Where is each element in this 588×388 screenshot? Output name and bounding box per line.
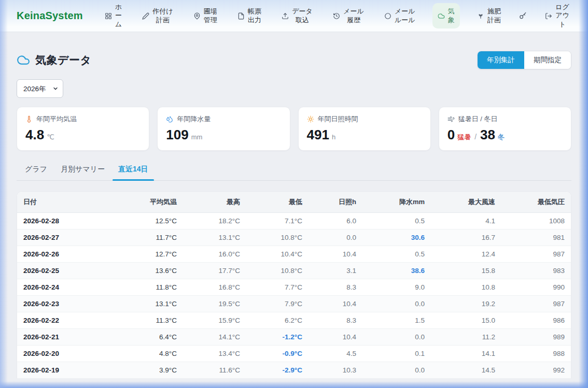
cell-value: 7.9°C: [247, 296, 310, 312]
cell-value: 17.7°C: [184, 263, 247, 279]
history-icon: [333, 12, 340, 20]
cell-value: 10.8°C: [247, 263, 310, 279]
cell-value: 11.7°C: [136, 229, 184, 246]
page-title: 気象データ: [35, 53, 91, 67]
nav-item-logout[interactable]: ログ アウ ト: [542, 1, 572, 31]
cell-value: 6.0: [310, 213, 363, 229]
card-extreme-days: 猛暑日 / 冬日 0猛暑/38冬: [439, 107, 571, 151]
yearly-summary-button[interactable]: 年別集計: [478, 51, 524, 69]
nav-label-mail-history: メール 履歴: [343, 7, 364, 24]
key-icon: [519, 12, 527, 20]
nav-item-key[interactable]: [518, 10, 528, 22]
header-date: 日付: [17, 192, 136, 213]
nav-label-home: ホ ー ム: [115, 3, 122, 29]
table-row: 2026-02-204.8°C13.4°C-0.9°C4.50.114.1988: [17, 346, 571, 362]
cell-value: 19.5°C: [184, 296, 247, 312]
cell-value: 11.6°C: [184, 362, 247, 379]
cell-value: 12.7°C: [136, 246, 184, 263]
nav-item-report-output[interactable]: 帳票 出力: [234, 5, 264, 26]
table-row: 2026-02-2313.1°C19.5°C7.9°C10.40.019.298…: [17, 296, 571, 312]
cell-value: 13.4°C: [184, 346, 247, 362]
home-grid-icon: [105, 12, 112, 20]
cold-days-value: 38: [480, 127, 495, 143]
header-avg-temp: 平均気温: [136, 192, 184, 213]
nav-item-fertilizer-plan[interactable]: 施肥 計画: [474, 5, 504, 26]
cell-value: 4.1: [432, 213, 502, 229]
cell-value: 988: [502, 346, 571, 362]
cell-value: 0.0: [363, 362, 432, 379]
nav-item-field-management[interactable]: 圃場 管理: [190, 5, 220, 26]
year-select[interactable]: 2026年: [17, 79, 63, 98]
cell-value: 19.2: [432, 296, 502, 312]
table-row: 2026-02-2211.3°C15.9°C6.2°C8.31.515.0986: [17, 312, 571, 329]
cell-value: 16.7: [432, 229, 502, 246]
nav-item-mail-rules[interactable]: メール ルール: [381, 5, 418, 26]
header-max-temp: 最高: [184, 192, 247, 213]
cell-date: 2026-02-22: [17, 312, 136, 329]
tab-graph[interactable]: グラフ: [25, 165, 47, 180]
cell-value: 13.1°C: [184, 229, 247, 246]
cell-value: 10.4°C: [247, 246, 310, 263]
nav-label-planting-plan: 作付け 計画: [152, 7, 173, 24]
cell-value: 3.9°C: [136, 362, 184, 379]
cell-value: 12.4: [432, 246, 502, 263]
hot-days-tag: 猛暑: [457, 133, 471, 142]
cell-value: 7.1°C: [247, 213, 310, 229]
cell-date: 2026-02-23: [17, 296, 136, 312]
period-select-button[interactable]: 期間指定: [524, 51, 571, 69]
cell-value: 992: [502, 362, 571, 379]
pencil-icon: [142, 12, 149, 20]
nav-item-data-import[interactable]: データ 取込: [278, 5, 316, 26]
view-tabs: グラフ 月別サマリー 直近14日: [17, 165, 571, 181]
view-toggle: 年別集計 期間指定: [477, 51, 571, 69]
cell-value: 4.5: [310, 346, 363, 362]
nav-item-home[interactable]: ホ ー ム: [102, 1, 125, 31]
year-select-wrap: 2026年: [17, 79, 63, 98]
nav-label-mail-rules: メール ルール: [395, 7, 415, 24]
cell-value: 30.6: [363, 229, 432, 246]
cell-date: 2026-02-28: [17, 213, 136, 229]
cell-value: 18.2°C: [184, 213, 247, 229]
cell-value: 7.7°C: [247, 279, 310, 296]
nav-label-report-output: 帳票 出力: [248, 7, 261, 24]
header-rain: 降水mm: [363, 192, 432, 213]
cell-value: 987: [502, 296, 571, 312]
card-precipitation: 年間降水量 109mm: [157, 107, 290, 151]
tab-monthly-summary[interactable]: 月別サマリー: [61, 165, 105, 180]
thermometer-icon: [25, 116, 33, 123]
card-value: 4.8: [25, 127, 44, 143]
cell-value: 10.8: [432, 279, 502, 296]
card-label: 年間降水量: [177, 114, 211, 124]
cell-value: 14.1°C: [184, 329, 247, 346]
cell-date: 2026-02-27: [17, 229, 136, 246]
cell-date: 2026-02-24: [17, 279, 136, 296]
table-row: 2026-02-2411.8°C16.8°C7.7°C8.39.010.8990: [17, 279, 571, 296]
cell-value: 989: [502, 329, 571, 346]
card-value: 491: [307, 127, 329, 143]
cell-value: 12.5°C: [136, 213, 184, 229]
cell-value: 0.0: [363, 329, 432, 346]
nav-item-weather[interactable]: 気 象: [432, 3, 460, 28]
nav-label-fertilizer-plan: 施肥 計画: [487, 7, 501, 24]
card-avg-temp: 年間平均気温 4.8℃: [17, 107, 149, 151]
card-sunshine: 年間日照時間 491h: [298, 107, 431, 151]
header-max-wind: 最大風速: [432, 192, 502, 213]
tab-recent-14-days[interactable]: 直近14日: [118, 165, 148, 180]
stat-cards: 年間平均気温 4.8℃ 年間降水量 109mm 年間日照時間 491h 猛暑日 …: [17, 107, 571, 151]
cell-value: 10.4: [310, 246, 363, 263]
cell-value: 4.8°C: [136, 346, 184, 362]
card-unit: mm: [191, 133, 203, 141]
brand-logo[interactable]: KeinaSystem: [17, 10, 83, 22]
cell-value: -0.9°C: [247, 346, 310, 362]
main-nav: ホ ー ム 作付け 計画 圃場 管理 帳票 出力 データ 取込 メール 履歴 メ…: [102, 1, 572, 31]
cell-date: 2026-02-19: [17, 362, 136, 379]
cell-value: 1.5: [363, 312, 432, 329]
table-row: 2026-02-2612.7°C16.0°C10.4°C10.40.512.49…: [17, 246, 571, 263]
nav-item-mail-history[interactable]: メール 履歴: [330, 5, 367, 26]
cold-days-tag: 冬: [498, 133, 505, 142]
cell-value: 0.0: [363, 296, 432, 312]
weather-title-cloud-icon: [17, 53, 30, 67]
nav-item-planting-plan[interactable]: 作付け 計画: [139, 5, 176, 26]
cell-value: 987: [502, 246, 571, 263]
sprout-icon: [477, 12, 484, 20]
